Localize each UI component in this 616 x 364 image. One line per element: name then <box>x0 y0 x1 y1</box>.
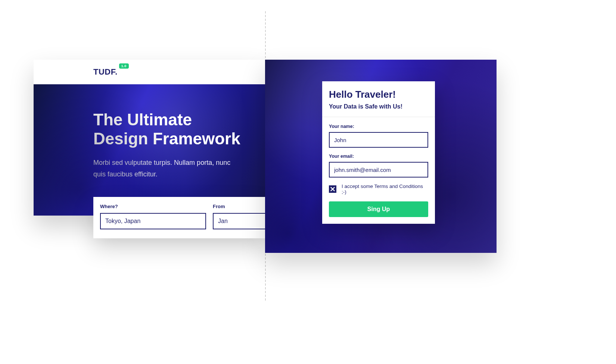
version-badge: 1.0 <box>119 63 129 69</box>
hero-title-line1: The Ultimate <box>93 110 192 129</box>
where-input[interactable] <box>100 213 206 229</box>
name-label: Your name: <box>329 124 428 129</box>
name-input[interactable] <box>329 132 428 148</box>
name-field-group: Your name: <box>329 124 428 148</box>
terms-text: I accept some Terms and Conditions ;-) <box>342 183 428 195</box>
email-field-group: Your email: <box>329 154 428 178</box>
check-x-icon <box>330 186 335 192</box>
card-divider <box>322 117 435 117</box>
where-field-group: Where? <box>100 204 206 229</box>
terms-row: I accept some Terms and Conditions ;-) <box>329 183 428 195</box>
email-label: Your email: <box>329 154 428 159</box>
signup-card: Hello Traveler! Your Data is Safe with U… <box>322 81 435 224</box>
hero-title-line2: Design Framework <box>93 129 240 148</box>
logo: TUDF. 1.0 <box>93 67 118 77</box>
right-preview-panel: Hello Traveler! Your Data is Safe with U… <box>265 60 497 253</box>
signup-subtitle: Your Data is Safe with Us! <box>329 103 428 110</box>
hero-subtitle: Morbi sed vulputate turpis. Nullam porta… <box>93 157 243 180</box>
terms-checkbox[interactable] <box>329 185 336 193</box>
where-label: Where? <box>100 204 206 209</box>
logo-text: TUDF. <box>93 67 118 76</box>
email-input[interactable] <box>329 162 428 178</box>
search-card: Where? From <box>93 197 266 238</box>
signup-title: Hello Traveler! <box>329 89 428 100</box>
hero-section: The Ultimate Design Framework Morbi sed … <box>34 84 265 216</box>
hero-title: The Ultimate Design Framework <box>93 110 265 148</box>
left-header: TUDF. 1.0 <box>34 60 265 84</box>
signup-button[interactable]: Sing Up <box>329 201 428 217</box>
left-preview-panel: TUDF. 1.0 The Ultimate Design Framework … <box>34 60 265 216</box>
